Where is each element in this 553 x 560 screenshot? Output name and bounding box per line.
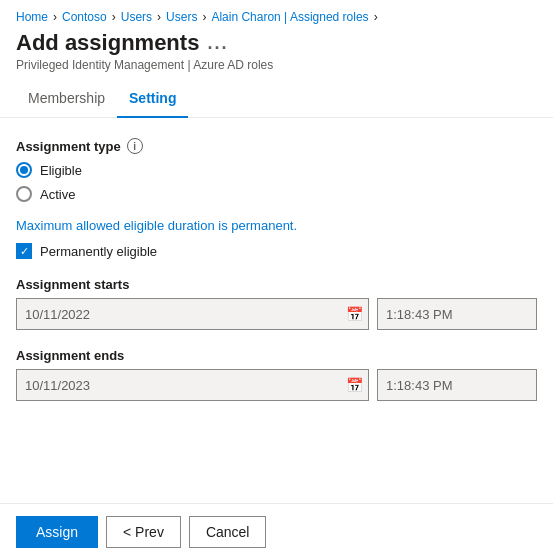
assign-button[interactable]: Assign — [16, 516, 98, 548]
breadcrumb-assigned-roles[interactable]: Alain Charon | Assigned roles — [211, 10, 368, 24]
permanently-eligible-checkbox[interactable]: ✓ Permanently eligible — [16, 243, 537, 259]
radio-active-input[interactable] — [16, 186, 32, 202]
checkmark-icon: ✓ — [20, 246, 29, 257]
assignment-type-radio-group: Eligible Active — [16, 162, 537, 202]
checkbox-box[interactable]: ✓ — [16, 243, 32, 259]
cancel-button[interactable]: Cancel — [189, 516, 267, 548]
assignment-starts-date-input[interactable] — [16, 298, 369, 330]
radio-eligible-input[interactable] — [16, 162, 32, 178]
assignment-type-info-icon[interactable]: i — [127, 138, 143, 154]
breadcrumb-users-parent[interactable]: Users — [121, 10, 152, 24]
breadcrumb-users[interactable]: Users — [166, 10, 197, 24]
assignment-type-group: Assignment type i Eligible Active — [16, 138, 537, 202]
assignment-ends-time-input[interactable] — [377, 369, 537, 401]
assignment-starts-time-input[interactable] — [377, 298, 537, 330]
assignment-ends-date-wrap: 📅 — [16, 369, 369, 401]
tabs-bar: Membership Setting — [0, 80, 553, 118]
permanently-eligible-label: Permanently eligible — [40, 244, 157, 259]
breadcrumb: Home › Contoso › Users › Users › Alain C… — [0, 0, 553, 30]
radio-eligible[interactable]: Eligible — [16, 162, 537, 178]
assignment-starts-section: Assignment starts 📅 — [16, 277, 537, 330]
page-title: Add assignments — [16, 30, 199, 56]
breadcrumb-home[interactable]: Home — [16, 10, 48, 24]
content-area: Assignment type i Eligible Active Maximu… — [0, 118, 553, 421]
assignment-type-label: Assignment type — [16, 139, 121, 154]
footer: Assign < Prev Cancel — [0, 503, 553, 560]
radio-active-label: Active — [40, 187, 75, 202]
radio-eligible-label: Eligible — [40, 163, 82, 178]
prev-button[interactable]: < Prev — [106, 516, 181, 548]
assignment-ends-section: Assignment ends 📅 — [16, 348, 537, 401]
assignment-ends-label: Assignment ends — [16, 348, 537, 363]
assignment-ends-row: 📅 — [16, 369, 537, 401]
assignment-starts-label: Assignment starts — [16, 277, 537, 292]
assignment-starts-row: 📅 — [16, 298, 537, 330]
eligible-duration-info: Maximum allowed eligible duration is per… — [16, 218, 537, 233]
radio-active[interactable]: Active — [16, 186, 537, 202]
page-header: Add assignments ... Privileged Identity … — [0, 30, 553, 80]
breadcrumb-contoso[interactable]: Contoso — [62, 10, 107, 24]
tab-membership[interactable]: Membership — [16, 80, 117, 118]
more-options-button[interactable]: ... — [207, 33, 228, 54]
tab-setting[interactable]: Setting — [117, 80, 188, 118]
assignment-ends-date-input[interactable] — [16, 369, 369, 401]
assignment-starts-date-wrap: 📅 — [16, 298, 369, 330]
page-subtitle: Privileged Identity Management | Azure A… — [16, 58, 537, 72]
